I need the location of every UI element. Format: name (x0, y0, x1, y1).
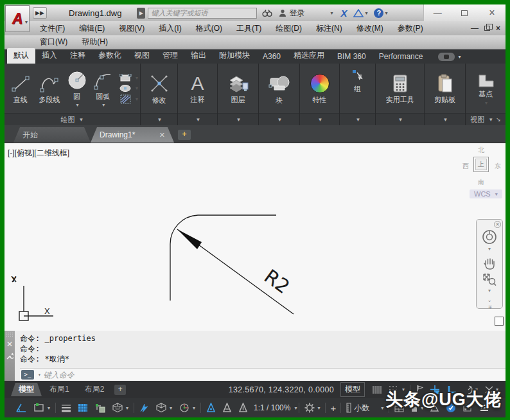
drawing-canvas[interactable]: [-][俯视][二维线框] R2 Y X 北 西 上 东 南 W (4, 143, 506, 331)
annotation-visibility-button[interactable] (203, 398, 219, 417)
doc-minimize-button[interactable]: — (471, 24, 479, 33)
lineweight-button[interactable] (58, 398, 75, 417)
panel-block-footer[interactable]: ▼ (259, 113, 299, 125)
ribbon-display-toggle[interactable]: ▾ (438, 53, 461, 64)
file-tab-start[interactable]: 开始 (13, 127, 91, 143)
panel-modify-footer[interactable]: ▼ (141, 113, 177, 125)
minimize-button[interactable]: — (428, 8, 447, 18)
panel-group-footer[interactable]: ▼ (340, 113, 375, 125)
command-history[interactable]: 命令: _properties 命令: 命令: *取消* >_ ▾ (15, 331, 506, 381)
infer-constraints-button[interactable] (12, 398, 30, 417)
gizmo-button[interactable]: ▾ (175, 398, 198, 417)
ribbon-tab-bim360[interactable]: BIM 360 (331, 50, 373, 64)
annotation-scale-button[interactable] (235, 398, 251, 417)
workspace-switching-button[interactable]: ▾ (301, 398, 323, 417)
viewcube-west[interactable]: 西 (462, 162, 469, 171)
hatch-tool-button[interactable]: ▾ (119, 94, 138, 104)
circle-tool-button[interactable]: 圆 ▾ (65, 71, 89, 108)
arc-tool-button[interactable]: 圆弧 ▾ (90, 71, 116, 108)
annotate-button[interactable]: A 注释 (180, 74, 215, 105)
navbar-close-icon[interactable]: ✕ (494, 221, 501, 228)
menu-draw[interactable]: 绘图(D) (268, 23, 309, 34)
command-close-icon[interactable]: ✕ (6, 340, 13, 349)
cube-caret-icon[interactable]: ▾ (170, 405, 172, 411)
search-input[interactable] (151, 9, 254, 17)
layers-button[interactable]: 图层 (220, 74, 256, 105)
units-button[interactable]: 小数 ▾ (343, 398, 387, 417)
help-button[interactable]: ? ▾ (374, 8, 387, 18)
signin-button[interactable]: 登录 (279, 8, 304, 19)
navbar-bottom-icon[interactable]: ∓ (488, 304, 491, 310)
scale-caret-icon[interactable]: ▾ (294, 405, 297, 411)
ribbon-tab-parametric[interactable]: 参数化 (92, 48, 128, 64)
rectangle-tool-button[interactable]: ▾ (119, 74, 138, 82)
ribbon-tab-performance[interactable]: Performance (373, 50, 430, 64)
ribbon-tab-a360[interactable]: A360 (256, 50, 287, 64)
osnap-3d-caret-icon[interactable]: ▾ (126, 405, 128, 411)
polyline-tool-button[interactable]: 多段线 (35, 74, 63, 105)
a360-icon[interactable]: ▾ (353, 9, 367, 17)
properties-button[interactable]: 特性 (302, 74, 337, 105)
ribbon-tab-home[interactable]: 默认 (7, 48, 35, 64)
navbar-more-icon[interactable]: ⌄ (488, 297, 492, 303)
panel-view-footer[interactable]: 视图 ▼ ↘ (466, 113, 506, 125)
wheel-caret-icon[interactable]: ▾ (488, 246, 491, 252)
file-tab-drawing1[interactable]: Drawing1* ✕ (91, 127, 174, 143)
viewcube-south[interactable]: 南 (478, 178, 484, 187)
group-label[interactable]: 组 (354, 84, 361, 94)
model-space-button[interactable]: 模型 (340, 382, 365, 397)
menu-parametric[interactable]: 参数(P) (391, 23, 430, 34)
viewcube-north[interactable]: 北 (478, 146, 484, 155)
search-binoculars-icon[interactable] (262, 9, 272, 17)
block-button[interactable]: 块 (261, 73, 297, 105)
new-layout-button[interactable]: + (114, 385, 126, 395)
wrench-icon[interactable] (6, 353, 13, 360)
close-button[interactable]: × (482, 7, 502, 19)
snap-to-object-button[interactable] (91, 398, 109, 417)
workspace-caret-icon[interactable]: ▾ (317, 405, 320, 411)
menu-view[interactable]: 视图(V) (112, 23, 152, 34)
annotation-monitor-button[interactable]: + (328, 403, 339, 414)
menu-edit[interactable]: 编辑(E) (72, 23, 112, 34)
ribbon-tab-featured-apps[interactable]: 精选应用 (287, 48, 331, 64)
signin-caret-icon[interactable]: ▾ (330, 10, 333, 16)
selection-caret-icon[interactable]: ▾ (48, 405, 50, 411)
zoom-caret-icon[interactable]: ▾ (488, 288, 491, 293)
panel-utilities-footer[interactable]: ▼ (376, 113, 424, 125)
panel-clipboard-footer[interactable]: ▼ (425, 113, 465, 125)
layout-tab-layout1[interactable]: 布局1 (42, 383, 77, 396)
exchange-apps-icon[interactable]: X (340, 8, 347, 19)
menu-file[interactable]: 文件(F) (33, 23, 72, 34)
osnap-3d-button[interactable]: ▾ (109, 398, 132, 417)
panel-properties-footer[interactable]: ▼ (300, 113, 339, 125)
isodraft-button[interactable] (136, 398, 152, 417)
pan-button[interactable] (482, 257, 497, 270)
drag-grip-icon[interactable] (6, 332, 13, 337)
new-drawing-button[interactable]: + (178, 130, 191, 140)
gizmo-caret-icon[interactable]: ▾ (193, 405, 195, 411)
layout-tab-model[interactable]: 模型 (11, 383, 42, 396)
command-options-caret-icon[interactable]: ▾ (38, 372, 41, 378)
ribbon-tab-manage[interactable]: 管理 (156, 48, 184, 64)
ribbon-tab-annotate[interactable]: 注释 (64, 48, 92, 64)
viewport-corner-grip[interactable] (495, 317, 504, 326)
layout-tab-layout2[interactable]: 布局2 (77, 383, 112, 396)
viewcube[interactable]: 北 西 上 东 南 WCS ▾ (458, 144, 504, 206)
ellipse-tool-button[interactable]: ▾ (119, 84, 138, 92)
basepoint-label[interactable]: 基点 (479, 89, 493, 99)
menu-window[interactable]: 窗口(W) (33, 37, 75, 48)
menu-dimension[interactable]: 标注(N) (309, 23, 349, 34)
command-prompt-icon[interactable]: >_ (21, 370, 34, 380)
dialog-launcher-icon[interactable]: ↘ (496, 116, 501, 123)
grid-display-button[interactable] (369, 381, 385, 398)
panel-layers-footer[interactable]: ▼ (218, 113, 258, 125)
ribbon-tab-view[interactable]: 视图 (128, 48, 156, 64)
tab-close-icon[interactable]: ✕ (159, 131, 165, 139)
modify-button[interactable]: 修改 (143, 73, 175, 105)
zoom-extents-button[interactable] (482, 272, 497, 286)
ribbon-tab-insert[interactable]: 插入 (35, 48, 64, 64)
viewcube-east[interactable]: 东 (495, 162, 501, 171)
object-isolate-cube-button[interactable]: ▾ (152, 398, 175, 417)
panel-draw-footer[interactable]: 绘图 ▼ (4, 113, 140, 125)
clipboard-button[interactable]: 剪贴板 (426, 74, 463, 105)
